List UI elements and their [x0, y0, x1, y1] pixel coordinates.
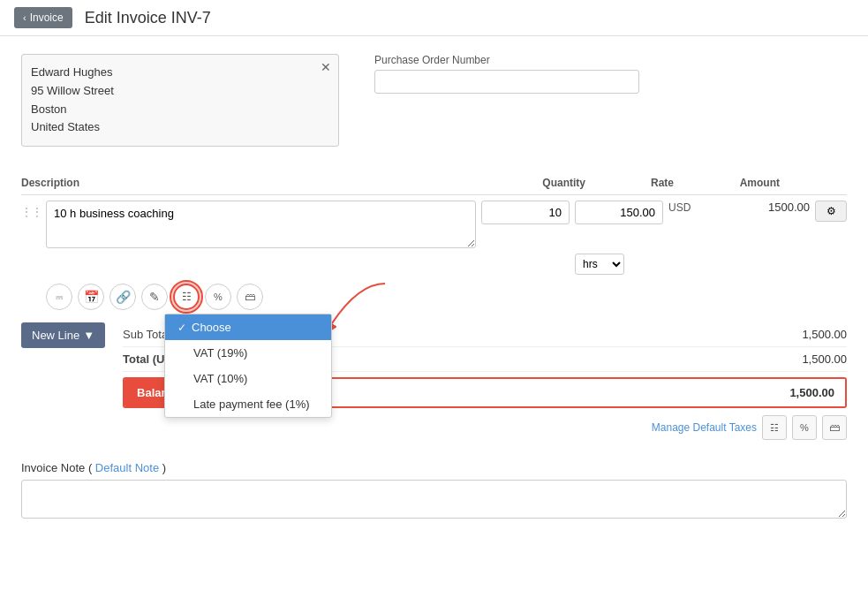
manage-default-taxes-link[interactable]: Manage Default Taxes [652, 421, 757, 434]
tax-option-late-fee-label: Late payment fee (1%) [193, 398, 310, 411]
new-line-label: New Line [32, 329, 79, 342]
currency-label: USD [668, 201, 691, 214]
back-button[interactable]: ‹ Invoice [14, 7, 72, 28]
tax-option-choose[interactable]: ✓ Choose [165, 314, 331, 340]
dropdown-arrow-icon: ▼ [83, 329, 94, 342]
tax-option-vat19-label: VAT (19%) [193, 346, 247, 360]
invoice-note-section: Invoice Note ( Default Note ) [21, 461, 847, 521]
po-input[interactable] [374, 70, 639, 94]
discount-button[interactable]: 🗃 [237, 284, 263, 310]
manage-tax-icon: ☷ [770, 422, 779, 434]
copy-icon: ⎓ [56, 290, 63, 304]
manage-tax-icon-btn[interactable]: ☷ [762, 415, 787, 440]
col-header-quantity: Quantity [497, 177, 585, 189]
invoice-note-label: Invoice Note ( Default Note ) [21, 461, 847, 474]
copy-button[interactable]: ⎓ [46, 284, 72, 310]
manage-discount-icon: 🗃 [829, 421, 840, 434]
client-city: Boston [31, 101, 312, 119]
manage-discount-btn[interactable]: 🗃 [822, 415, 847, 440]
default-note-link[interactable]: Default Note [95, 461, 159, 474]
tax-option-late-fee[interactable]: Late payment fee (1%) [165, 391, 331, 417]
client-country: United States [31, 118, 312, 137]
line-item-row: ⋮⋮ 10 h business coaching USD 1500.00 ⚙ [21, 201, 847, 248]
tax-dropdown: ✓ Choose VAT (19%) VAT (10%) Late paymen… [164, 314, 332, 418]
rate-input[interactable] [575, 201, 663, 224]
edit-button[interactable]: ✎ [141, 284, 168, 310]
tax-dropdown-wrapper: ☷ ✓ Choose VAT (19%) VAT (10%) [173, 284, 200, 310]
unit-select[interactable]: hrs days units [575, 254, 624, 275]
clear-client-button[interactable]: ✕ [321, 60, 331, 74]
total-amount: 1,500.00 [802, 352, 847, 366]
calendar-button[interactable]: 📅 [78, 284, 104, 310]
col-header-rate: Rate [585, 177, 674, 189]
row-actions: ⎓ 📅 🔗 ✎ ☷ ✓ Choose VAT [21, 284, 847, 310]
gear-button[interactable]: ⚙ [815, 201, 847, 222]
percent-button[interactable]: % [205, 284, 231, 310]
tax-option-vat10[interactable]: VAT (10%) [165, 366, 331, 391]
manage-percent-icon: % [800, 422, 809, 433]
client-address-box: Edward Hughes 95 Willow Street Boston Un… [21, 54, 339, 147]
quantity-input[interactable] [481, 201, 570, 224]
checkmark-icon: ✓ [177, 322, 186, 334]
manage-taxes-row: Manage Default Taxes ☷ % 🗃 [123, 415, 847, 440]
amount-value: 1500.00 [694, 201, 810, 214]
drag-handle[interactable]: ⋮⋮ [21, 201, 41, 218]
discount-icon: 🗃 [245, 291, 255, 303]
top-section: Edward Hughes 95 Willow Street Boston Un… [21, 54, 847, 147]
chevron-left-icon: ‹ [23, 12, 26, 23]
amount-block: USD 1500.00 [668, 201, 810, 214]
bottom-section: New Line ▼ Sub Total 1,500.00 Total (USD… [21, 322, 847, 440]
line-items-header: Description Quantity Rate Amount [21, 171, 847, 195]
new-line-button[interactable]: New Line ▼ [21, 322, 105, 348]
manage-percent-btn[interactable]: % [792, 415, 817, 440]
percent-icon: % [214, 292, 223, 302]
client-address1: 95 Willow Street [31, 82, 312, 101]
unit-row: hrs days units [21, 254, 847, 275]
tax-icon: ☷ [182, 291, 192, 303]
col-header-description: Description [21, 177, 497, 189]
tax-option-choose-label: Choose [192, 321, 231, 334]
po-section: Purchase Order Number [374, 54, 847, 147]
tax-button[interactable]: ☷ [173, 284, 200, 310]
calendar-icon: 📅 [84, 290, 99, 304]
header: ‹ Invoice Edit Invoice INV-7 [0, 0, 868, 36]
client-name: Edward Hughes [31, 64, 312, 82]
tax-option-vat19[interactable]: VAT (19%) [165, 340, 331, 366]
col-header-amount: Amount [674, 177, 815, 189]
tax-option-vat10-label: VAT (10%) [193, 372, 247, 385]
po-label: Purchase Order Number [374, 54, 847, 66]
invoice-note-input[interactable] [21, 480, 847, 519]
back-label: Invoice [30, 11, 64, 24]
description-input[interactable]: 10 h business coaching [46, 201, 476, 248]
sub-total-amount: 1,500.00 [802, 328, 847, 341]
link-icon: 🔗 [116, 290, 131, 304]
edit-icon: ✎ [149, 290, 160, 304]
link-button[interactable]: 🔗 [109, 284, 136, 310]
page-title: Edit Invoice INV-7 [85, 9, 211, 27]
balance-amount: 1,500.00 [789, 386, 834, 399]
